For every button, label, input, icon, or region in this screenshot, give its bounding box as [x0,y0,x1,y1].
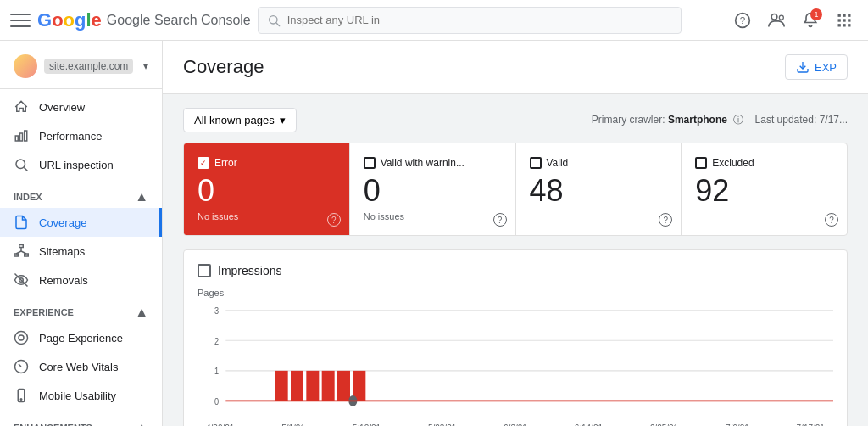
export-label: EXP [815,61,837,74]
users-button[interactable] [763,7,790,34]
last-updated-label: Last updated: 7/17... [755,114,848,126]
svg-rect-20 [19,245,24,248]
valid-warning-count: 0 [364,176,502,206]
valid-card-header: Valid [530,157,668,169]
valid-count: 48 [530,176,668,206]
sidebar-item-page-experience[interactable]: Page Experience [0,323,162,352]
filter-button[interactable]: All known pages ▾ [183,108,297,132]
crawler-value: Smartphone [668,114,727,126]
sidebar-item-core-web-vitals[interactable]: Core Web Vitals [0,352,162,381]
sidebar-item-url-inspection[interactable]: URL inspection [0,150,162,179]
svg-rect-48 [306,371,319,401]
sidebar-item-label: Coverage [39,216,86,229]
sidebar-item-label: URL inspection [39,159,114,171]
notification-badge: 1 [810,8,822,20]
svg-text:3: 3 [214,305,219,316]
valid-warning-info-icon[interactable]: ? [493,213,507,227]
sidebar-item-coverage[interactable]: Coverage [0,208,162,237]
sidebar: site.example.com ▾ Overview Performance [0,41,163,426]
svg-rect-14 [848,24,850,26]
svg-rect-22 [25,254,29,256]
account-avatar [14,54,37,78]
svg-line-19 [24,167,27,171]
error-sublabel: No issues [198,211,336,221]
svg-rect-8 [848,14,850,16]
chart-impressions-checkbox[interactable] [198,264,211,277]
help-button[interactable]: ? [729,7,756,34]
svg-rect-11 [848,19,850,21]
crawler-label: Primary crawler: [592,114,665,126]
index-section-chevron[interactable]: ▲ [135,189,148,205]
top-nav: Google Google Search Console ? [0,0,868,41]
file-icon [14,215,29,230]
index-section-label: Index ▲ [0,179,162,208]
sidebar-item-mobile-usability[interactable]: Mobile Usability [0,381,162,410]
chart-header: Impressions [198,264,833,277]
account-dropdown-icon[interactable]: ▾ [143,60,148,72]
page-header: Coverage EXP [163,41,868,94]
error-card[interactable]: Error 0 No issues ? [184,143,350,235]
valid-info-icon[interactable]: ? [659,213,672,227]
svg-rect-17 [25,131,27,141]
sidebar-item-removals[interactable]: Removals [0,266,162,294]
apps-button[interactable] [831,7,858,34]
valid-warning-card[interactable]: Valid with warnin... 0 No issues ? [350,143,516,235]
sidebar-item-sitemaps[interactable]: Sitemaps [0,237,162,266]
experience-section-chevron[interactable]: ▲ [135,305,148,320]
valid-checkbox[interactable] [530,157,542,169]
app-name-label: Google Search Console [107,13,251,28]
crawler-info: Primary crawler: Smartphone ⓘ Last updat… [592,113,848,127]
page-title: Coverage [183,56,264,78]
chart-svg: 3 2 1 0 [198,301,833,420]
enhancements-section-chevron[interactable]: ▲ [135,420,148,426]
svg-point-18 [16,160,25,169]
export-button[interactable]: EXP [785,54,848,80]
error-info-icon[interactable]: ? [327,213,341,227]
star-icon [14,330,29,345]
valid-label: Valid [547,157,569,169]
home-icon [14,99,29,115]
search-bar[interactable] [258,7,682,34]
valid-warning-sublabel: No issues [364,211,502,221]
excluded-count: 92 [695,176,833,206]
svg-rect-15 [15,136,18,141]
svg-text:2: 2 [214,334,219,345]
info-icon[interactable]: ⓘ [733,114,743,126]
svg-point-29 [19,335,24,340]
account-name: site.example.com [44,59,133,74]
valid-warning-checkbox[interactable] [364,157,376,169]
hamburger-menu[interactable] [10,10,31,31]
svg-rect-13 [843,24,845,26]
search-input[interactable] [287,14,672,26]
valid-warning-card-header: Valid with warnin... [364,157,502,169]
filter-row: All known pages ▾ Primary crawler: Smart… [183,108,848,132]
app-body: site.example.com ▾ Overview Performance [0,41,868,426]
sidebar-item-label: Removals [39,274,88,287]
valid-card[interactable]: Valid 48 ? [516,143,682,235]
phone-icon [14,388,29,403]
sidebar-account[interactable]: site.example.com ▾ [0,48,162,89]
svg-point-4 [771,14,777,20]
excluded-card[interactable]: Excluded 92 ? [682,143,847,235]
sidebar-item-performance[interactable]: Performance [0,121,162,150]
excluded-checkbox[interactable] [695,157,707,169]
svg-rect-49 [322,371,335,401]
excluded-info-icon[interactable]: ? [825,213,838,227]
svg-text:?: ? [740,14,746,25]
sidebar-item-label: Sitemaps [39,245,85,258]
error-count: 0 [198,176,336,206]
svg-line-1 [276,23,280,26]
error-card-header: Error [198,157,336,169]
svg-rect-46 [275,371,288,401]
sidebar-item-label: Page Experience [39,332,123,345]
svg-point-31 [20,399,22,401]
svg-point-28 [15,332,28,345]
sidebar-item-overview[interactable]: Overview [0,92,162,121]
svg-rect-6 [838,14,841,16]
notifications-button[interactable]: 1 [797,7,824,34]
svg-rect-9 [838,19,841,21]
error-checkbox[interactable] [198,157,209,169]
svg-rect-47 [291,371,303,401]
sidebar-item-label: Performance [39,130,102,143]
excluded-card-header: Excluded [695,157,833,169]
